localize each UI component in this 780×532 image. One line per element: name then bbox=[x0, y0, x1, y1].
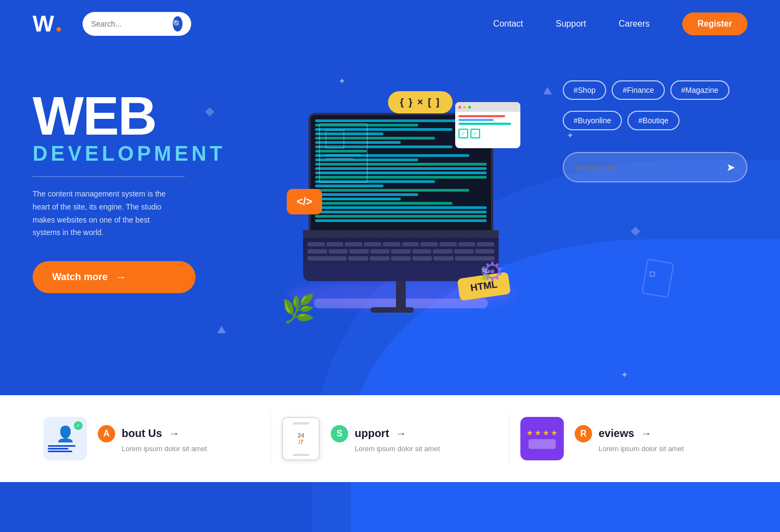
search-input[interactable] bbox=[91, 20, 167, 28]
about-letter-badge: A bbox=[98, 425, 115, 442]
hero-right: #Shop #Finance #Magazine #Buyonline #Bou… bbox=[563, 69, 747, 363]
hero-description: The content management system is the hea… bbox=[33, 188, 179, 239]
about-us-card: 👤 ✓ A bout Us → Lorem ipsum dolor sit am… bbox=[33, 411, 271, 466]
hero-left: WEB DEVELOPMENT The content management s… bbox=[33, 69, 239, 363]
support-card: 24 /7 S upport → Lorem ipsum dolor sit a… bbox=[271, 411, 509, 466]
star-4: ★ bbox=[551, 428, 558, 437]
support-icon: 24 /7 bbox=[282, 417, 320, 460]
hero-section: WEB DEVELOPMENT The content management s… bbox=[0, 48, 780, 395]
tag-magazine[interactable]: #Magazine bbox=[670, 80, 729, 100]
support-desc: Lorem ipsum dolor sit amet bbox=[355, 445, 440, 453]
header: W 🔍 Contact Support Careers Register bbox=[0, 0, 780, 48]
about-us-arrow[interactable]: → bbox=[168, 427, 179, 440]
logo-dot bbox=[56, 27, 61, 31]
star-2: ★ bbox=[534, 428, 542, 437]
nav-support[interactable]: Support bbox=[556, 19, 586, 29]
search-button[interactable]: 🔍 bbox=[173, 16, 183, 31]
hero-title-web: WEB bbox=[33, 91, 239, 140]
watch-more-label: Watch more bbox=[52, 271, 108, 283]
plant-decoration: 🌿 bbox=[281, 293, 315, 325]
hero-center: { } × [ ] HTML </> ✓ ✓ bbox=[239, 69, 563, 363]
nav: Contact Support Careers Register bbox=[493, 12, 747, 35]
search-bar[interactable]: 🔍 bbox=[83, 12, 191, 36]
about-us-title: bout Us bbox=[122, 427, 162, 440]
hero-title-development: DEVELOPMENT bbox=[33, 142, 239, 166]
nav-careers[interactable]: Careers bbox=[619, 19, 650, 29]
watch-more-arrow: → bbox=[115, 271, 126, 283]
register-button[interactable]: Register bbox=[682, 12, 747, 35]
star-3: ★ bbox=[543, 428, 550, 437]
stars-row: ★ ★ ★ ★ bbox=[526, 428, 558, 437]
reviews-title: eviews bbox=[599, 427, 634, 440]
leaf-decoration: 🍃 bbox=[477, 266, 493, 281]
tag-boutique[interactable]: #Boutiqe bbox=[627, 111, 679, 130]
code-tag-badge: </> bbox=[287, 189, 322, 214]
tag-shop[interactable]: #Shop bbox=[563, 80, 606, 100]
reviews-letter-badge: R bbox=[575, 425, 592, 442]
logo: W bbox=[33, 12, 61, 35]
about-us-text: A bout Us → Lorem ipsum dolor sit amet bbox=[98, 425, 207, 453]
person-icon: 👤 bbox=[56, 425, 75, 443]
browser-preview: ✓ ✓ bbox=[455, 102, 520, 148]
support-title: upport bbox=[355, 427, 389, 440]
tag-buyonline[interactable]: #Buyonline bbox=[563, 111, 622, 130]
reviews-text: R eviews → Lorem ipsum dolor sit amet bbox=[575, 425, 684, 453]
tags-row-2: #Buyonline #Boutiqe bbox=[563, 111, 747, 130]
hero-divider bbox=[33, 176, 185, 177]
tag-finance[interactable]: #Finance bbox=[612, 80, 665, 100]
reviews-desc: Lorem ipsum dolor sit amet bbox=[599, 445, 684, 453]
reviews-icon: ★ ★ ★ ★ bbox=[520, 417, 564, 460]
about-us-desc: Lorem ipsum dolor sit amet bbox=[122, 445, 207, 453]
logo-letter: W bbox=[33, 12, 54, 35]
reviews-arrow[interactable]: → bbox=[641, 427, 652, 440]
laptop-base bbox=[303, 230, 499, 238]
star-1: ★ bbox=[526, 428, 533, 437]
laptop-keyboard bbox=[303, 238, 499, 281]
support-text: S upport → Lorem ipsum dolor sit amet bbox=[331, 425, 440, 453]
watch-more-button[interactable]: Watch more → bbox=[33, 261, 196, 293]
code-bracket-badge: { } × [ ] bbox=[388, 91, 452, 113]
send-button[interactable]: ➤ bbox=[726, 161, 735, 174]
write-us-box[interactable]: ➤ bbox=[563, 152, 747, 182]
reviews-card: ★ ★ ★ ★ R eviews → Lorem ipsum dolor sit… bbox=[509, 411, 747, 466]
tags-row: #Shop #Finance #Magazine bbox=[563, 80, 747, 100]
bottom-section: 👤 ✓ A bout Us → Lorem ipsum dolor sit am… bbox=[0, 395, 780, 482]
about-icon: 👤 ✓ bbox=[43, 417, 87, 460]
nav-contact[interactable]: Contact bbox=[493, 19, 523, 29]
check-icon: ✓ bbox=[74, 421, 83, 430]
chat-bubble bbox=[529, 439, 556, 449]
laptop-scene: { } × [ ] HTML </> ✓ ✓ bbox=[271, 91, 531, 341]
write-us-input[interactable] bbox=[575, 163, 721, 172]
support-letter-badge: S bbox=[331, 425, 348, 442]
phone-bar bbox=[293, 422, 309, 425]
support-arrow[interactable]: → bbox=[395, 427, 406, 440]
